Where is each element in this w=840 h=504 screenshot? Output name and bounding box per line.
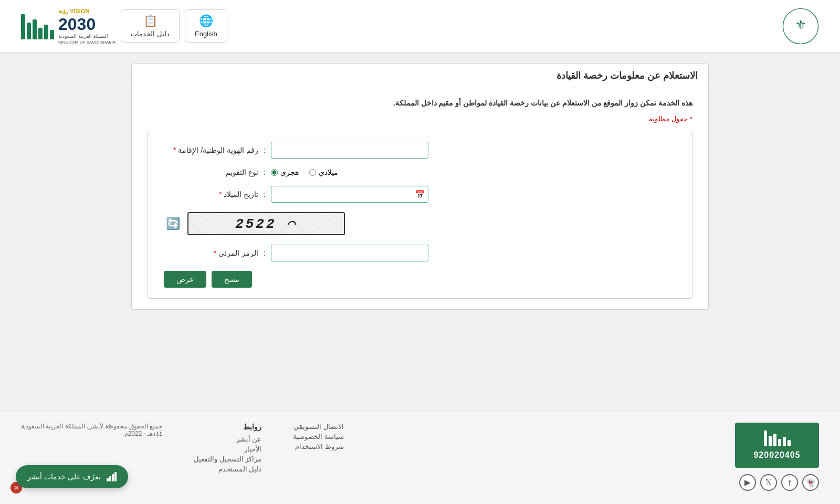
footer-link-marketing[interactable]: الاتصال التسويقي xyxy=(293,423,344,430)
inner-form: : رقم الهوية الوطنية/ الإقامة * ميلادي ه… xyxy=(148,131,692,299)
birthdate-colon: : xyxy=(264,190,266,198)
display-button[interactable]: عرض xyxy=(164,271,206,288)
footer-logo-area: 920020405 xyxy=(735,423,819,468)
snapchat-icon[interactable]: 👻 xyxy=(802,474,819,491)
birthdate-wrapper: 📅 xyxy=(271,186,428,203)
id-row: : رقم الهوية الوطنية/ الإقامة * xyxy=(164,142,676,159)
footer-link-guide[interactable]: دليل المستخدم xyxy=(194,465,261,473)
footer-link-news[interactable]: الأخبار xyxy=(194,445,261,453)
clear-button[interactable]: مسح xyxy=(212,271,252,288)
captcha-refresh-button[interactable]: 🔄 xyxy=(164,215,182,233)
captcha-colon: : xyxy=(264,249,266,257)
footer: 920020405 👻 f 𝕏 ▶ الاتصال التسويقي سياسة… xyxy=(0,412,840,504)
birthdate-input[interactable] xyxy=(271,186,428,203)
header: ⚜ 🌐 English 📋 دليل الخدمات VISION رؤية 2… xyxy=(0,0,840,52)
calendar-gregorian-radio[interactable] xyxy=(309,169,316,176)
header-logo-area: ⚜ xyxy=(782,8,819,45)
calendar-type-label: نوع التقويم xyxy=(164,168,258,176)
english-button[interactable]: 🌐 English xyxy=(185,9,227,43)
svg-rect-2 xyxy=(107,478,109,481)
floating-services-button[interactable]: تعرّف على خدمات أبشر xyxy=(16,465,128,488)
calendar-radio-group: ميلادي هجري xyxy=(271,168,338,176)
form-card: الاستعلام عن معلومات رخصة القيادة هذه ال… xyxy=(131,63,709,310)
footer-col-2: الاتصال التسويقي سياسة الخصوصية شروط الا… xyxy=(293,423,344,475)
calendar-hijri-label[interactable]: هجري xyxy=(271,168,299,176)
main-content: الاستعلام عن معلومات رخصة القيادة هذه ال… xyxy=(0,52,840,412)
youtube-icon[interactable]: ▶ xyxy=(739,474,756,491)
floating-label: تعرّف على خدمات أبشر xyxy=(27,472,101,481)
footer-link-privacy[interactable]: سياسة الخصوصية xyxy=(293,433,344,440)
footer-social: 👻 f 𝕏 ▶ xyxy=(739,474,819,491)
required-note: * حقول مطلوبة xyxy=(148,115,692,123)
calendar-icon-button[interactable]: 📅 xyxy=(415,190,425,200)
floating-btn-icon xyxy=(106,471,117,482)
services-guide-button[interactable]: 📋 دليل الخدمات xyxy=(121,9,180,43)
birthdate-row: 📅 : تاريخ الميلاد * xyxy=(164,186,676,203)
footer-logo-bars xyxy=(764,430,791,446)
footer-link-terms[interactable]: شروط الاستخدام xyxy=(293,443,344,450)
svg-rect-4 xyxy=(112,474,114,481)
captcha-text: ⌒ 2522 xyxy=(235,215,297,232)
form-card-header: الاستعلام عن معلومات رخصة القيادة xyxy=(132,64,708,88)
calendar-gregorian-label[interactable]: ميلادي xyxy=(309,168,338,176)
svg-rect-3 xyxy=(109,476,111,481)
form-card-body: هذه الخدمة تمكن زوار الموقع من الاستعلام… xyxy=(132,88,708,309)
services-guide-label: دليل الخدمات xyxy=(131,30,170,38)
id-label: رقم الهوية الوطنية/ الإقامة * xyxy=(164,146,258,154)
captcha-label: الرمز المرئي * xyxy=(164,249,258,257)
floating-button-container: ✕ تعرّف على خدمات أبشر xyxy=(10,482,22,494)
vision-logo-text: VISION رؤية 2030 المملكة العربية السعودي… xyxy=(58,8,116,45)
footer-col-1: روابط عن أبشر الأخبار مراكز التسجيل والت… xyxy=(194,423,261,475)
footer-phone: 920020405 xyxy=(753,450,800,460)
saudi-emblem-icon: ⚜ xyxy=(782,8,819,45)
vision-ksa-en: KINGDOM OF SAUDI ARABIA xyxy=(58,40,116,45)
footer-top: 920020405 👻 f 𝕏 ▶ الاتصال التسويقي سياسة… xyxy=(21,423,819,491)
captcha-image: ⌒ 2522 xyxy=(187,212,345,235)
vision-label: VISION رؤية xyxy=(58,8,89,15)
captcha-input[interactable] xyxy=(271,245,428,261)
english-label: English xyxy=(195,30,217,38)
footer-link-about[interactable]: عن أبشر xyxy=(194,435,261,443)
birthdate-label: تاريخ الميلاد * xyxy=(164,190,258,198)
vision-ksa-ar: المملكة العربية السعودية xyxy=(58,34,108,39)
calendar-colon: : xyxy=(264,168,266,176)
hijri-text: هجري xyxy=(280,168,299,176)
form-buttons: مسح عرض xyxy=(164,271,676,288)
vision-year: 2030 xyxy=(58,16,96,33)
description-text: هذه الخدمة تمكن زوار الموقع من الاستعلام… xyxy=(148,99,692,107)
facebook-icon[interactable]: f xyxy=(781,474,798,491)
vision-bars-icon xyxy=(21,13,54,39)
globe-icon: 🌐 xyxy=(199,14,213,28)
id-colon: : xyxy=(264,146,266,154)
svg-rect-5 xyxy=(114,472,117,481)
calendar-type-row: ميلادي هجري : نوع التقويم xyxy=(164,168,676,176)
footer-links-title: روابط xyxy=(194,423,261,431)
footer-year: ١٤٤هـ - 2022م. xyxy=(21,430,162,437)
header-actions: 🌐 English 📋 دليل الخدمات VISION رؤية 203… xyxy=(21,8,227,45)
gregorian-text: ميلادي xyxy=(319,168,338,176)
page-title: الاستعلام عن معلومات رخصة القيادة xyxy=(142,70,698,81)
book-icon: 📋 xyxy=(143,14,158,28)
captcha-input-row: : الرمز المرئي * xyxy=(164,245,676,261)
twitter-icon[interactable]: 𝕏 xyxy=(760,474,777,491)
footer-links: الاتصال التسويقي سياسة الخصوصية شروط الا… xyxy=(21,423,714,475)
footer-link-centers[interactable]: مراكز التسجيل والتفعيل xyxy=(194,455,261,463)
id-input[interactable] xyxy=(271,142,428,159)
calendar-hijri-radio[interactable] xyxy=(271,169,278,176)
footer-rights-text: جميع الحقوق محفوظة لأبشر، المملكة العربي… xyxy=(21,423,162,430)
vision-2030-logo: VISION رؤية 2030 المملكة العربية السعودي… xyxy=(21,8,116,45)
captcha-image-row: ⌒ 2522 🔄 xyxy=(164,212,676,235)
svg-text:⚜: ⚜ xyxy=(795,17,806,32)
